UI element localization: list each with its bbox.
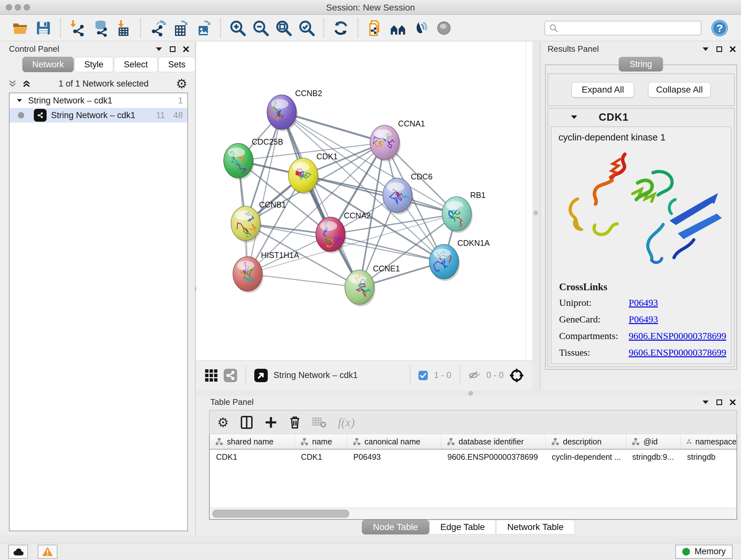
zoom-fit-icon[interactable] <box>274 19 293 37</box>
expand-all-button[interactable]: Expand All <box>571 82 634 98</box>
column-header[interactable]: namespace <box>681 434 737 449</box>
save-session-icon[interactable] <box>34 19 53 37</box>
function-builder-icon: f(x) <box>338 415 355 429</box>
table-horizontal-scrollbar[interactable] <box>209 508 737 520</box>
panel-maximize-icon[interactable] <box>170 46 176 52</box>
gene-details: cyclin-dependent kinase 1 <box>551 126 731 364</box>
panel-float-icon[interactable] <box>702 400 709 405</box>
import-network-file-icon[interactable] <box>68 19 87 37</box>
fit-content-crosshair-icon[interactable] <box>509 368 524 383</box>
zoom-selected-icon[interactable] <box>297 19 316 37</box>
network-view-title: String Network – cdk1 <box>273 370 405 380</box>
network-collection-row[interactable]: String Network – cdk1 1 <box>10 93 187 108</box>
tree-expand-icon[interactable] <box>17 98 22 103</box>
gene-collapse-icon[interactable] <box>570 115 578 120</box>
panel-close-icon[interactable] <box>730 399 736 406</box>
protein-structure-image <box>557 145 731 279</box>
toolbar-separator <box>60 18 61 38</box>
node-label: CCNB1 <box>259 200 286 209</box>
selected-checkbox-icon[interactable] <box>418 370 428 381</box>
import-network-database-icon[interactable] <box>91 19 110 37</box>
column-header[interactable]: canonical name <box>347 434 441 449</box>
panel-maximize-icon[interactable] <box>716 46 723 52</box>
panel-float-icon[interactable] <box>155 47 162 52</box>
column-header[interactable]: shared name <box>210 434 294 449</box>
memory-button[interactable]: Memory <box>675 545 733 559</box>
scrollbar-thumb[interactable] <box>212 509 349 518</box>
panel-maximize-icon[interactable] <box>716 399 723 406</box>
crosslinks-section: CrossLinks Uniprot:P06493 GeneCard:P0649… <box>559 281 731 364</box>
show-columns-icon[interactable] <box>240 415 253 429</box>
column-header[interactable]: database identifier <box>441 434 545 449</box>
collapse-all-icon[interactable] <box>8 79 17 88</box>
open-session-icon[interactable] <box>11 19 30 37</box>
warning-button[interactable] <box>38 545 57 559</box>
refresh-icon[interactable] <box>332 19 350 37</box>
tab-sets[interactable]: Sets <box>158 57 195 72</box>
collapse-all-button[interactable]: Collapse All <box>648 82 711 98</box>
birds-eye-view-icon[interactable] <box>254 368 268 383</box>
crosslink-link[interactable]: P06493 <box>629 297 658 308</box>
tab-node-table[interactable]: Node Table <box>362 520 429 535</box>
delete-table-icon <box>313 416 327 428</box>
export-image-icon[interactable] <box>194 19 213 37</box>
control-panel-title: Control Panel <box>9 44 59 54</box>
right-splitter-handle[interactable] <box>534 211 538 215</box>
tab-network[interactable]: Network <box>22 57 74 72</box>
import-table-icon[interactable] <box>114 19 133 37</box>
search-input[interactable] <box>558 22 697 34</box>
toolbar-separator <box>410 366 410 385</box>
memory-label: Memory <box>694 547 726 557</box>
node-label: CDC25B <box>252 137 283 146</box>
main-toolbar: ? <box>0 15 741 41</box>
node-label: RB1 <box>470 191 486 199</box>
crosslink-link[interactable]: 9606.ENSP00000378699 <box>629 347 726 358</box>
tab-style[interactable]: Style <box>74 57 113 72</box>
cloud-button[interactable] <box>8 545 28 559</box>
add-column-icon[interactable] <box>265 415 277 429</box>
tab-select[interactable]: Select <box>114 57 158 72</box>
node-label: CCNE1 <box>373 264 400 273</box>
tab-edge-table[interactable]: Edge Table <box>429 520 496 535</box>
tab-string[interactable]: String <box>619 57 663 71</box>
expand-all-icon[interactable] <box>22 79 31 88</box>
network-row-selected[interactable]: String Network – cdk1 11 48 <box>10 108 187 123</box>
tab-network-table[interactable]: Network Table <box>496 520 575 535</box>
panel-float-icon[interactable] <box>702 47 709 52</box>
zoom-out-icon[interactable] <box>252 19 270 37</box>
network-canvas[interactable]: CCNB2CCNA1CDC25BCDK1CDC6RB1CCNB1CCNA2HIS… <box>196 42 526 360</box>
share-view-icon[interactable] <box>223 368 238 383</box>
export-network-icon[interactable] <box>148 19 167 37</box>
table-options-gear-icon[interactable]: ⚙ <box>217 416 229 429</box>
network-view-panel: CCNB2CCNA1CDC25BCDK1CDC6RB1CCNB1CCNA2HIS… <box>196 42 532 390</box>
selected-count: 1 - 0 <box>434 370 451 380</box>
inactive-eye-icon <box>434 19 453 37</box>
column-header[interactable]: description <box>545 434 626 449</box>
table-row[interactable]: CDK1 CDK1 P06493 9606.ENSP00000378699 cy… <box>210 449 737 464</box>
crosslink-link[interactable]: 9606.ENSP00000378699 <box>629 330 726 341</box>
grid-view-icon[interactable] <box>205 369 218 382</box>
hidden-eye-icon[interactable] <box>468 369 481 382</box>
clone-network-icon[interactable] <box>366 19 384 37</box>
table-panel-title: Table Panel <box>210 397 254 407</box>
table-header-row: shared name name canonical name database… <box>210 434 737 449</box>
help-icon[interactable]: ? <box>711 19 729 37</box>
node-label: CCNA2 <box>344 211 371 220</box>
delete-column-icon[interactable] <box>289 415 301 429</box>
crosslink-label: Uniprot: <box>559 297 629 308</box>
status-bar: Memory <box>0 543 741 560</box>
export-table-icon[interactable] <box>172 19 190 37</box>
results-panel: Results Panel String Expand All Collapse… <box>540 42 741 390</box>
panel-close-icon[interactable] <box>730 46 736 52</box>
crosslink-link[interactable]: P06493 <box>629 364 658 364</box>
horizontal-splitter-handle[interactable] <box>468 391 473 395</box>
column-header[interactable]: @id <box>626 434 681 449</box>
zoom-in-icon[interactable] <box>228 19 247 37</box>
string-network-badge-icon <box>34 109 47 122</box>
crosslink-link[interactable]: P06493 <box>629 314 658 325</box>
column-header[interactable]: name <box>294 434 347 449</box>
network-options-gear-icon[interactable]: ⚙ <box>176 77 187 90</box>
panel-close-icon[interactable] <box>183 46 189 52</box>
group-nodes-icon[interactable] <box>389 19 407 37</box>
show-hide-graphics-icon[interactable] <box>412 19 430 37</box>
